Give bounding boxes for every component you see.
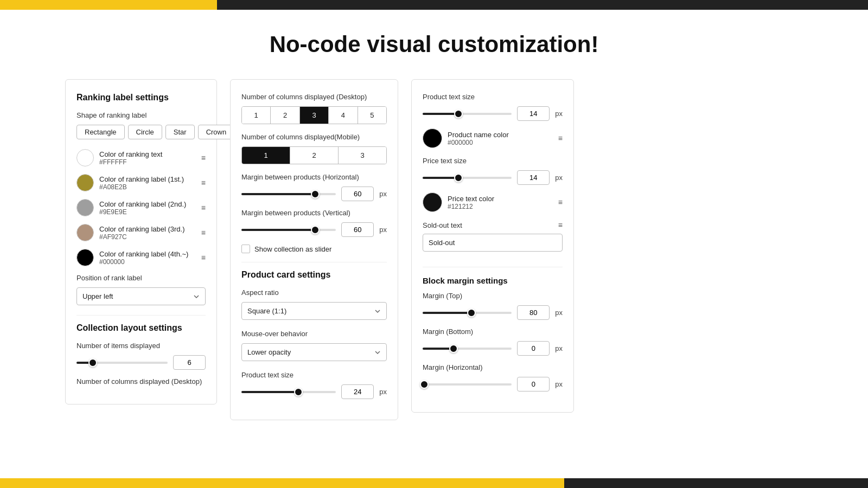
divider-right-1 xyxy=(423,267,563,267)
columns-desktop-label: Number of columns displayed (Desktop) xyxy=(241,93,387,101)
product-text-size-fill xyxy=(241,391,298,393)
divider-1 xyxy=(76,315,206,316)
margin-bottom-input[interactable] xyxy=(517,341,550,356)
margin-top-thumb[interactable] xyxy=(467,309,476,317)
position-select[interactable]: Upper left Upper right Lower left Lower … xyxy=(76,287,206,305)
price-text-input[interactable] xyxy=(517,170,550,185)
col-desktop-5[interactable]: 5 xyxy=(358,107,386,124)
color-swatch-3rd[interactable] xyxy=(76,224,94,241)
margin-top-track[interactable] xyxy=(423,312,512,314)
margin-v-thumb[interactable] xyxy=(311,226,320,234)
margin-horizontal-label: Margin (Horizontal) xyxy=(423,363,563,371)
product-text-size-thumb-right[interactable] xyxy=(454,110,463,118)
px-label-3: px xyxy=(555,309,563,317)
show-slider-checkbox[interactable] xyxy=(241,245,250,253)
color-swatch-text[interactable] xyxy=(76,149,94,166)
price-text-thumb[interactable] xyxy=(454,174,463,182)
col-desktop-4[interactable]: 4 xyxy=(329,107,358,124)
stack-icon-1[interactable]: ≡ xyxy=(201,178,206,187)
aspect-ratio-label: Aspect ratio xyxy=(241,288,387,297)
mouseover-label: Mouse-over behavior xyxy=(241,330,387,338)
color-hex-2nd: #9E9E9E xyxy=(99,208,186,216)
col-desktop-1[interactable]: 1 xyxy=(242,107,271,124)
items-slider-thumb[interactable] xyxy=(88,358,97,367)
col-desktop-2[interactable]: 2 xyxy=(271,107,299,124)
product-text-size-slider-row: px xyxy=(241,384,387,399)
px-label-2: px xyxy=(555,174,563,182)
position-dropdown-row: Upper left Upper right Lower left Lower … xyxy=(76,287,206,305)
price-color-swatch[interactable] xyxy=(423,192,442,212)
color-hex-4th: #000000 xyxy=(99,258,188,266)
margin-top-input[interactable] xyxy=(517,305,550,320)
aspect-ratio-select[interactable]: Square (1:1) Portrait (2:3) Landscape (3… xyxy=(241,302,387,320)
margin-bottom-track[interactable] xyxy=(423,348,512,350)
margin-top-label: Margin (Top) xyxy=(423,292,563,300)
margin-h-track[interactable] xyxy=(241,193,336,195)
page-title: No-code visual customization! xyxy=(270,31,599,57)
margin-h-thumb[interactable] xyxy=(311,190,320,198)
color-row-4th: Color of ranking label (4th.~) #000000 ≡ xyxy=(76,249,206,266)
stack-icon-price[interactable]: ≡ xyxy=(558,198,563,207)
columns-mobile-buttons: 1 2 3 xyxy=(241,146,387,164)
price-color-label: Price text color xyxy=(448,195,494,203)
stack-icon-sold-out[interactable]: ≡ xyxy=(558,221,563,229)
block-margin-title: Block margin settings xyxy=(423,276,563,285)
col-mobile-3[interactable]: 3 xyxy=(339,147,386,164)
product-text-size-track-right[interactable] xyxy=(423,113,512,115)
sold-out-input[interactable] xyxy=(423,234,563,252)
color-hex-text: #FFFFFF xyxy=(99,158,162,166)
divider-2 xyxy=(241,262,387,262)
mouseover-select[interactable]: Lower opacity Zoom None xyxy=(241,343,387,361)
product-name-swatch[interactable] xyxy=(423,129,442,148)
items-value-input[interactable] xyxy=(173,355,206,370)
color-label-2nd: Color of ranking label (2nd.) xyxy=(99,200,186,208)
items-slider-track[interactable] xyxy=(76,362,168,364)
panel-right: Product text size px Product name color … xyxy=(411,79,574,413)
margin-bottom-thumb[interactable] xyxy=(449,344,458,353)
margin-top-fill xyxy=(423,312,471,314)
color-swatch-1st[interactable] xyxy=(76,174,94,191)
columns-desktop-label-left: Number of columns displayed (Desktop) xyxy=(76,377,206,386)
margin-horizontal-track[interactable] xyxy=(423,383,512,386)
show-slider-label: Show collection as slider xyxy=(254,245,331,253)
margin-h-label: Margin between products (Horizontal) xyxy=(241,173,387,181)
px-label-1: px xyxy=(555,110,563,118)
margin-v-px: px xyxy=(379,226,387,234)
stack-icon-product-name[interactable]: ≡ xyxy=(558,134,563,143)
color-row-2nd: Color of ranking label (2nd.) #9E9E9E ≡ xyxy=(76,199,206,216)
color-swatch-4th[interactable] xyxy=(76,249,94,266)
shape-crown[interactable]: Crown xyxy=(198,125,235,139)
margin-v-track[interactable] xyxy=(241,229,336,231)
col-desktop-3[interactable]: 3 xyxy=(300,107,329,124)
margin-horizontal-thumb[interactable] xyxy=(420,380,429,389)
mouseover-dropdown-row: Lower opacity Zoom None xyxy=(241,343,387,361)
color-swatch-2nd[interactable] xyxy=(76,199,94,216)
stack-icon-3[interactable]: ≡ xyxy=(201,228,206,237)
aspect-ratio-dropdown-row: Square (1:1) Portrait (2:3) Landscape (3… xyxy=(241,302,387,320)
product-text-size-input[interactable] xyxy=(341,384,374,399)
stack-icon-4[interactable]: ≡ xyxy=(201,253,206,262)
top-bar-dark xyxy=(217,0,868,10)
price-text-fill xyxy=(423,177,458,179)
col-mobile-2[interactable]: 2 xyxy=(290,147,339,164)
bottom-bar-dark xyxy=(564,478,868,488)
px-label-5: px xyxy=(555,380,563,388)
margin-horizontal-input[interactable] xyxy=(517,377,550,391)
product-text-size-label-right: Product text size xyxy=(423,93,563,101)
margin-h-fill xyxy=(241,193,315,195)
price-text-track[interactable] xyxy=(423,177,512,179)
product-text-size-input-right[interactable] xyxy=(517,106,550,121)
margin-v-input[interactable] xyxy=(341,222,374,237)
ranking-settings-title: Ranking label settings xyxy=(76,93,206,102)
panel-middle: Number of columns displayed (Desktop) 1 … xyxy=(230,79,398,420)
shape-rectangle[interactable]: Rectangle xyxy=(76,125,125,139)
stack-icon-0[interactable]: ≡ xyxy=(201,153,206,162)
product-text-size-thumb[interactable] xyxy=(294,388,303,396)
product-text-size-track[interactable] xyxy=(241,391,336,393)
stack-icon-2[interactable]: ≡ xyxy=(201,203,206,212)
shape-circle[interactable]: Circle xyxy=(128,125,162,139)
items-slider-row xyxy=(76,355,206,370)
margin-h-input[interactable] xyxy=(341,187,374,201)
col-mobile-1[interactable]: 1 xyxy=(242,147,290,164)
shape-star[interactable]: Star xyxy=(165,125,195,139)
